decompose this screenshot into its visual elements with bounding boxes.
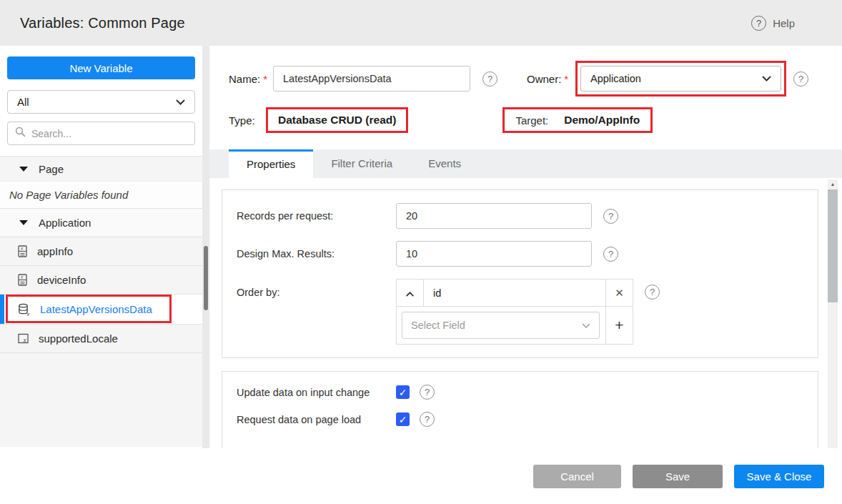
caret-down-icon bbox=[19, 220, 28, 225]
search-box bbox=[7, 122, 195, 145]
owner-annotation-box: Application bbox=[575, 61, 786, 97]
page-empty-message: No Page Variables found bbox=[0, 181, 202, 208]
query-settings-card: Records per request: ? Design Max. Resul… bbox=[222, 189, 818, 358]
properties-panel: Records per request: ? Design Max. Resul… bbox=[209, 178, 842, 457]
target-value: Demo/AppInfo bbox=[564, 114, 640, 127]
variables-sidebar: New Variable All Page No Page bbox=[0, 46, 209, 504]
dialog-header: Variables: Common Page ? Help bbox=[0, 0, 842, 46]
data-behavior-card: Update data on input change ✓ ? Request … bbox=[222, 371, 818, 457]
request-data-checkbox[interactable]: ✓ bbox=[396, 412, 410, 426]
svg-text:x: x bbox=[20, 246, 24, 251]
records-per-request-help-icon[interactable]: ? bbox=[603, 209, 618, 224]
owner-select[interactable]: Application bbox=[580, 66, 781, 92]
help-icon: ? bbox=[751, 16, 766, 31]
svg-text:x: x bbox=[23, 337, 27, 344]
update-data-checkbox[interactable]: ✓ bbox=[396, 385, 410, 399]
type-value: Database CRUD (read) bbox=[278, 114, 396, 126]
selected-indicator bbox=[0, 295, 4, 324]
chevron-down-icon bbox=[176, 96, 185, 108]
tree-group-application[interactable]: Application bbox=[0, 208, 202, 237]
remove-field-button[interactable]: ✕ bbox=[605, 280, 633, 306]
variable-filter-select[interactable]: All bbox=[7, 90, 195, 114]
type-annotation-box: Database CRUD (read) bbox=[266, 107, 408, 133]
owner-value: Application bbox=[590, 73, 641, 84]
design-max-results-input[interactable] bbox=[396, 241, 592, 267]
order-by-label: Order by: bbox=[237, 279, 396, 306]
variable-editor: Name:* ? Owner:* Application ? bbox=[209, 46, 842, 504]
sidebar-scrollbar[interactable] bbox=[202, 46, 209, 448]
tab-properties[interactable]: Properties bbox=[229, 149, 313, 178]
database-variable-icon: x bbox=[18, 303, 31, 316]
tree-group-page[interactable]: Page bbox=[0, 156, 202, 181]
chevron-down-icon bbox=[762, 73, 771, 84]
update-data-label: Update data on input change bbox=[237, 387, 396, 398]
scroll-up-icon[interactable]: ▲ bbox=[828, 182, 838, 187]
help-button[interactable]: ? Help bbox=[751, 16, 795, 31]
tree-item-deviceinfo[interactable]: x deviceInfo bbox=[0, 265, 202, 294]
order-by-widget: id ✕ Select Field bbox=[396, 279, 633, 345]
tree-item-label: LatestAppVersionsData bbox=[40, 303, 152, 315]
caret-down-icon bbox=[19, 167, 28, 172]
variable-summary-form: Name:* ? Owner:* Application ? bbox=[209, 46, 842, 134]
tabbar: Properties Filter Criteria Events bbox=[209, 149, 842, 178]
request-data-label: Request data on page load bbox=[237, 414, 396, 425]
dialog-footer: Cancel Save Save & Close bbox=[0, 448, 842, 504]
sidebar-scrollbar-thumb[interactable] bbox=[204, 246, 208, 310]
tree-filler bbox=[0, 352, 202, 447]
tab-filter-criteria[interactable]: Filter Criteria bbox=[313, 149, 410, 178]
svg-text:x: x bbox=[26, 310, 30, 316]
new-variable-button[interactable]: New Variable bbox=[7, 56, 195, 79]
owner-label: Owner:* bbox=[527, 73, 575, 85]
content-scrollbar[interactable]: ▲ ▼ bbox=[828, 179, 838, 455]
variables-tree: Page No Page Variables found Application… bbox=[0, 156, 202, 447]
sort-direction-button[interactable] bbox=[397, 280, 424, 306]
tree-item-supportedlocale[interactable]: x supportedLocale bbox=[0, 324, 202, 352]
type-label: Type: bbox=[229, 114, 266, 127]
request-data-help-icon[interactable]: ? bbox=[420, 412, 435, 427]
svg-text:x: x bbox=[20, 275, 24, 280]
select-field-dropdown[interactable]: Select Field bbox=[402, 312, 600, 339]
tree-group-label: Page bbox=[39, 163, 64, 175]
design-max-results-help-icon[interactable]: ? bbox=[603, 247, 618, 262]
object-variable-icon: x bbox=[18, 245, 28, 258]
tree-item-label: supportedLocale bbox=[39, 332, 118, 345]
records-per-request-input[interactable] bbox=[396, 203, 592, 229]
owner-help-icon[interactable]: ? bbox=[793, 71, 808, 87]
records-per-request-label: Records per request: bbox=[237, 210, 396, 222]
variable-name-input[interactable] bbox=[273, 66, 470, 92]
tree-item-appinfo[interactable]: x appInfo bbox=[0, 237, 202, 265]
required-marker: * bbox=[564, 73, 568, 85]
variable-filter-value: All bbox=[17, 96, 29, 108]
list-variable-icon: x bbox=[18, 332, 29, 345]
tree-group-label: Application bbox=[39, 217, 91, 229]
target-label: Target: bbox=[515, 114, 548, 127]
save-and-close-button[interactable]: Save & Close bbox=[734, 465, 824, 488]
tree-item-label: deviceInfo bbox=[37, 274, 86, 286]
search-icon bbox=[15, 127, 26, 140]
help-label: Help bbox=[773, 17, 795, 29]
search-input[interactable] bbox=[31, 128, 187, 139]
tree-item-latestappversionsdata[interactable]: x LatestAppVersionsData bbox=[0, 294, 202, 324]
required-marker: * bbox=[263, 73, 267, 85]
object-variable-icon: x bbox=[18, 274, 28, 287]
page-title: Variables: Common Page bbox=[20, 15, 185, 31]
select-field-placeholder: Select Field bbox=[411, 320, 465, 331]
target-annotation-box: Target: Demo/AppInfo bbox=[502, 107, 653, 133]
name-help-icon[interactable]: ? bbox=[482, 71, 497, 87]
name-label: Name:* bbox=[229, 73, 273, 85]
chevron-up-icon bbox=[406, 287, 414, 300]
update-data-help-icon[interactable]: ? bbox=[420, 385, 435, 400]
order-by-help-icon[interactable]: ? bbox=[645, 285, 660, 300]
order-by-field[interactable]: id bbox=[424, 280, 605, 306]
design-max-results-label: Design Max. Results: bbox=[237, 248, 396, 260]
cancel-button[interactable]: Cancel bbox=[533, 465, 621, 488]
save-button[interactable]: Save bbox=[633, 465, 723, 488]
chevron-down-icon bbox=[582, 320, 590, 331]
tree-item-label: appInfo bbox=[37, 245, 73, 257]
content-scrollbar-thumb[interactable] bbox=[828, 189, 838, 302]
tab-events[interactable]: Events bbox=[410, 149, 479, 178]
add-field-button[interactable]: + bbox=[605, 307, 633, 344]
